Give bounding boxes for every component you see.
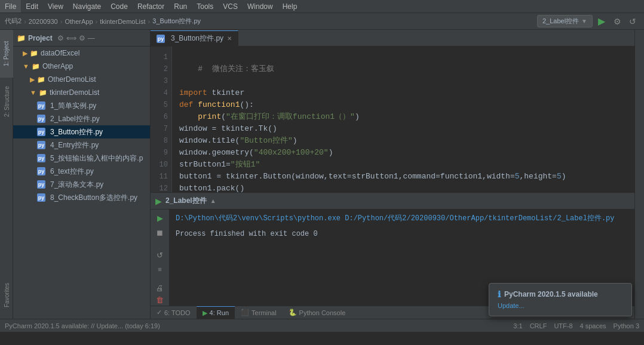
tree-item-label: 8_CheckButton多选控件.py bbox=[50, 193, 137, 203]
menu-edit[interactable]: Edit bbox=[21, 0, 43, 13]
status-encoding[interactable]: UTF-8 bbox=[554, 322, 572, 329]
menu-refactor[interactable]: Refactor bbox=[133, 0, 169, 13]
bottom-tab-todo[interactable]: ✓ 6: TODO bbox=[151, 306, 197, 319]
tree-item-py5[interactable]: py 5_按钮输出输入框中的内容.p bbox=[13, 152, 150, 165]
py-file-icon: py bbox=[37, 101, 45, 110]
run-header-chevron[interactable]: ▲ bbox=[210, 198, 216, 204]
tree-item-py6[interactable]: py 6_text控件.py bbox=[13, 165, 150, 178]
expand-icon[interactable]: ⟺ bbox=[66, 34, 76, 42]
tree-item-label: tkinterDemoList bbox=[50, 88, 99, 97]
todo-icon: ✓ bbox=[157, 309, 162, 316]
breadcrumb-part-1[interactable]: 20200930 bbox=[29, 18, 58, 25]
tab-button-file[interactable]: py 3_Button控件.py ✕ bbox=[151, 30, 238, 46]
status-indent[interactable]: 4 spaces bbox=[580, 322, 606, 329]
run-button[interactable]: ▶ bbox=[595, 15, 608, 28]
breadcrumb-sep-0: › bbox=[24, 18, 26, 25]
status-python-version[interactable]: Python 3 bbox=[614, 322, 639, 329]
breadcrumb-file: 3_Button控件.py bbox=[152, 17, 201, 26]
bottom-tab-terminal[interactable]: ⬛ Terminal bbox=[235, 306, 283, 319]
terminal-icon: ⬛ bbox=[241, 309, 249, 316]
run-toolbar: ▶ ◼ ↺ ≡ 🖨 🗑 bbox=[151, 210, 170, 306]
breadcrumb-sep-2: › bbox=[96, 18, 98, 25]
py-file-icon: py bbox=[37, 167, 45, 175]
tree-item-py1[interactable]: py 1_简单实例.py bbox=[13, 99, 150, 112]
run-play-button[interactable]: ▶ bbox=[154, 212, 166, 224]
py-file-icon: py bbox=[37, 115, 45, 123]
tree-item-label: OtherDemoList bbox=[48, 75, 96, 84]
code-editor[interactable]: # 微信关注：客玉叙 import tkinter def function1(… bbox=[172, 47, 634, 192]
breadcrumb-sep-3: › bbox=[148, 18, 151, 25]
tree-item-py8[interactable]: py 8_CheckButton多选控件.py bbox=[13, 191, 150, 204]
status-left-text: PyCharm 2020.1.5 available: // Update...… bbox=[5, 322, 160, 329]
py-file-icon: py bbox=[37, 141, 45, 149]
notification-update-link[interactable]: Update... bbox=[498, 301, 623, 310]
bottom-tab-terminal-label: Terminal bbox=[252, 309, 277, 316]
menu-run[interactable]: Run bbox=[169, 0, 192, 13]
menu-file[interactable]: File bbox=[0, 0, 21, 13]
notification-title-text: PyCharm 2020.1.5 available bbox=[504, 290, 598, 298]
tree-item-label: 5_按钮输出输入框中的内容.p bbox=[50, 153, 143, 164]
run-path-text: D:\Python\代码2\venv\Scripts\python.exe D:… bbox=[176, 214, 615, 223]
tree-item-label: 3_Button控件.py bbox=[50, 127, 103, 137]
gear-icon[interactable]: ⚙ bbox=[79, 34, 85, 42]
tree-item-py7[interactable]: py 7_滚动条文本.py bbox=[13, 178, 150, 191]
sidebar-tab-project[interactable]: 1: Project bbox=[0, 30, 13, 78]
project-panel-title: Project bbox=[28, 34, 53, 42]
sidebar-tab-structure[interactable]: 2: Structure bbox=[0, 78, 13, 125]
tree-item-label: 7_滚动条文本.py bbox=[50, 180, 103, 190]
bottom-tab-run-label: 4: Run bbox=[210, 309, 229, 316]
bottom-tab-todo-label: 6: TODO bbox=[164, 309, 191, 316]
menu-window[interactable]: Window bbox=[243, 0, 278, 13]
folder-expand-icon: ▼ bbox=[23, 63, 29, 70]
tree-item-py3-active[interactable]: py 3_Button控件.py bbox=[13, 125, 150, 138]
tab-close-button[interactable]: ✕ bbox=[227, 35, 232, 42]
tree-item-py4[interactable]: py 4_Entry控件.py bbox=[13, 138, 150, 152]
py-file-icon: py bbox=[37, 154, 45, 162]
run-clear-button[interactable]: 🗑 bbox=[154, 294, 166, 306]
tree-item-tkinterdemolist[interactable]: ▼ 📁 tkinterDemoList bbox=[13, 86, 150, 99]
status-line-endings[interactable]: CRLF bbox=[530, 322, 547, 329]
menu-tools[interactable]: Tools bbox=[192, 0, 218, 13]
run-print-button[interactable]: 🖨 bbox=[154, 282, 166, 294]
tree-item-otherdemolist[interactable]: ▶ 📁 OtherDemoList bbox=[13, 73, 150, 86]
notification-title: ℹ PyCharm 2020.1.5 available bbox=[498, 289, 623, 299]
run-stop-button[interactable]: ◼ bbox=[154, 226, 166, 238]
tree-item-label: 2_Label控件.py bbox=[50, 114, 100, 124]
breadcrumb-part-2[interactable]: OtherApp bbox=[65, 18, 93, 25]
bottom-tab-python-console[interactable]: 🐍 Python Console bbox=[283, 306, 352, 319]
run-exit-text: Process finished with exit code 0 bbox=[176, 229, 628, 239]
run-config-label: 2_Label控件 bbox=[542, 17, 579, 26]
status-position[interactable]: 3:1 bbox=[513, 322, 522, 329]
breadcrumb-part-3[interactable]: tkinterDemoList bbox=[100, 18, 145, 25]
menu-navigate[interactable]: Navigate bbox=[68, 0, 106, 13]
sidebar-tab-favorites[interactable]: Favorites bbox=[0, 271, 13, 319]
tree-item-label: 1_简单实例.py bbox=[50, 101, 96, 111]
run-wrap-button[interactable]: ≡ bbox=[154, 263, 166, 275]
breadcrumb-bar: 代码2 › 20200930 › OtherApp › tkinterDemoL… bbox=[0, 13, 644, 30]
code-area[interactable]: 1 2 3 4 5 6 7 8 9 10 11 12 # 微信关注：客玉叙 im… bbox=[151, 47, 634, 192]
editor-run-container: py 3_Button控件.py ✕ 1 2 3 4 5 6 7 8 9 10 bbox=[151, 30, 634, 319]
tree-item-py2[interactable]: py 2_Label控件.py bbox=[13, 112, 150, 125]
bottom-tab-run[interactable]: ▶ 4: Run bbox=[197, 306, 235, 319]
run-icon: ▶ bbox=[203, 309, 207, 317]
menu-vcs[interactable]: VCS bbox=[218, 0, 243, 13]
tree-item-dataOfExcel[interactable]: ▶ 📁 dataOfExcel bbox=[13, 47, 150, 60]
tree-item-label: dataOfExcel bbox=[41, 49, 79, 57]
menu-help[interactable]: Help bbox=[278, 0, 302, 13]
breadcrumb-root[interactable]: 代码2 bbox=[5, 17, 22, 26]
folder-glyph: 📁 bbox=[37, 76, 45, 84]
folder-glyph: 📁 bbox=[30, 50, 38, 57]
minimize-icon[interactable]: — bbox=[88, 34, 95, 42]
tree-item-otherapp[interactable]: ▼ 📁 OtherApp bbox=[13, 60, 150, 73]
menu-view[interactable]: View bbox=[43, 0, 68, 13]
run-config-selector[interactable]: 2_Label控件 ▼ bbox=[537, 15, 593, 27]
folder-expand-icon: ▶ bbox=[23, 50, 27, 57]
settings-button[interactable]: ⚙ bbox=[611, 15, 624, 28]
menu-code[interactable]: Code bbox=[106, 0, 133, 13]
right-sidebar bbox=[634, 30, 644, 319]
reload-button[interactable]: ↺ bbox=[626, 15, 639, 28]
run-rerun-button[interactable]: ↺ bbox=[154, 249, 166, 261]
tab-label: 3_Button控件.py bbox=[171, 33, 223, 44]
menubar: File Edit View Navigate Code Refactor Ru… bbox=[0, 0, 644, 13]
settings-icon[interactable]: ⚙ bbox=[57, 34, 64, 42]
